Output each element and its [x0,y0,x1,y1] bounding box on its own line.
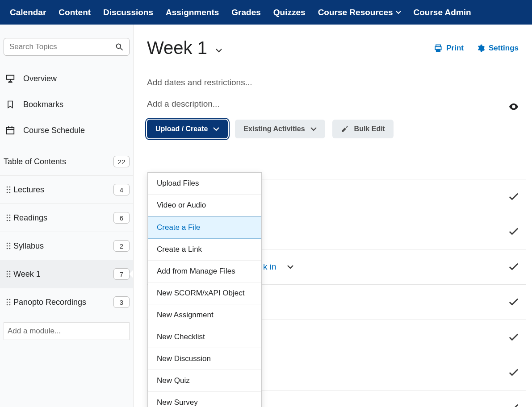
toc-item-label: Readings [13,213,113,223]
nav-course-admin[interactable]: Course Admin [407,0,478,25]
checkmark-icon [509,228,519,236]
calendar-icon [4,125,16,135]
toc-item-panopto[interactable]: Panopto Recordings 3 [0,288,133,316]
menu-new-quiz[interactable]: New Quiz [148,370,261,392]
title-menu-button[interactable] [215,48,222,53]
checkmark-icon [509,193,519,201]
search-icon [115,42,124,51]
menu-create-a-link[interactable]: Create a Link [148,239,261,261]
checkmark-icon [509,263,519,271]
search-topics[interactable] [4,38,130,56]
toc-item-syllabus[interactable]: Syllabus 2 [0,232,133,260]
svg-point-38 [9,302,11,303]
nav-quizzes[interactable]: Quizzes [267,0,312,25]
content-toolbar: Upload / Create Existing Activities Bulk… [147,120,519,138]
gear-icon [476,44,485,53]
svg-point-39 [7,304,8,306]
menu-new-survey[interactable]: New Survey [148,392,261,407]
projector-icon [4,74,16,83]
table-of-contents: Table of Contents 22 Lectures 4 Readings… [0,143,133,316]
svg-point-37 [7,302,8,303]
drag-handle-icon[interactable] [4,270,13,278]
menu-add-from-manage-files[interactable]: Add from Manage Files [148,261,261,282]
toc-item-lectures[interactable]: Lectures 4 [0,175,133,204]
svg-point-19 [7,217,8,219]
svg-point-26 [9,245,11,247]
menu-video-or-audio[interactable]: Video or Audio [148,195,261,216]
svg-point-30 [9,271,11,272]
svg-point-24 [9,243,11,244]
toc-item-count: 2 [113,240,130,252]
toc-header[interactable]: Table of Contents 22 [0,148,133,175]
svg-point-31 [7,274,8,275]
content-row-link-fragment: k in [263,262,276,272]
toc-title: Table of Contents [4,157,113,166]
print-button[interactable]: Print [434,44,464,53]
upload-create-button[interactable]: Upload / Create [147,120,228,138]
menu-create-a-file[interactable]: Create a File [148,216,261,239]
sidebar-bookmarks[interactable]: Bookmarks [0,91,133,117]
drag-handle-icon[interactable] [4,299,13,306]
bulk-edit-button[interactable]: Bulk Edit [332,120,394,138]
toc-item-label: Panopto Recordings [13,298,113,307]
page-title: Week 1 [147,38,222,58]
svg-point-0 [116,44,121,48]
menu-new-discussion[interactable]: New Discussion [148,348,261,370]
nav-calendar[interactable]: Calendar [4,0,52,25]
add-module-input[interactable] [8,323,126,340]
toc-item-count: 6 [113,212,130,224]
svg-point-20 [9,217,11,219]
svg-point-29 [7,271,8,272]
drag-handle-icon[interactable] [4,214,13,221]
add-module[interactable] [4,322,130,340]
sidebar: Overview Bookmarks Course Schedule Table… [0,25,134,407]
add-dates-restrictions[interactable]: Add dates and restrictions... [147,78,519,87]
nav-content[interactable]: Content [52,0,97,25]
search-input[interactable] [9,42,115,51]
svg-rect-42 [436,49,440,51]
svg-point-11 [7,187,8,188]
sidebar-course-schedule[interactable]: Course Schedule [0,117,133,143]
chevron-down-icon [213,127,219,131]
svg-point-25 [7,245,8,247]
sidebar-item-label: Overview [23,74,57,83]
chevron-down-icon [396,11,401,14]
settings-button[interactable]: Settings [476,44,519,53]
toc-item-readings[interactable]: Readings 6 [0,204,133,232]
svg-point-27 [7,248,8,249]
drag-handle-icon[interactable] [4,242,13,249]
svg-point-15 [7,192,8,193]
checkmark-icon [509,298,519,306]
chevron-down-icon[interactable] [287,265,293,269]
toc-item-label: Syllabus [13,241,113,251]
menu-upload-files[interactable]: Upload Files [148,173,261,195]
svg-point-16 [9,192,11,193]
svg-point-34 [9,276,11,278]
existing-activities-button[interactable]: Existing Activities [235,120,325,138]
toc-count-badge: 22 [113,156,130,167]
toc-item-count: 3 [113,296,130,308]
svg-point-21 [7,220,8,221]
svg-point-40 [9,304,11,306]
svg-point-23 [7,243,8,244]
svg-point-35 [7,299,8,300]
menu-new-scorm-xapi[interactable]: New SCORM/xAPI Object [148,282,261,304]
menu-new-checklist[interactable]: New Checklist [148,326,261,348]
sidebar-overview[interactable]: Overview [0,66,133,91]
drag-handle-icon[interactable] [4,186,13,193]
nav-assignments[interactable]: Assignments [159,0,225,25]
top-nav: Calendar Content Discussions Assignments… [0,0,532,25]
add-description[interactable]: Add a description... [147,99,519,109]
nav-course-resources[interactable]: Course Resources [312,0,407,25]
nav-discussions[interactable]: Discussions [97,0,159,25]
svg-point-13 [7,189,8,191]
svg-rect-7 [7,128,14,134]
visibility-icon[interactable] [509,103,519,110]
nav-grades[interactable]: Grades [225,0,267,25]
sidebar-item-label: Course Schedule [23,126,85,135]
upload-create-menu: Upload Files Video or Audio Create a Fil… [147,172,262,407]
checkmark-icon [509,404,519,407]
menu-new-assignment[interactable]: New Assignment [148,304,261,326]
svg-line-1 [121,48,123,50]
toc-item-week-1[interactable]: Week 1 7 [0,260,133,288]
